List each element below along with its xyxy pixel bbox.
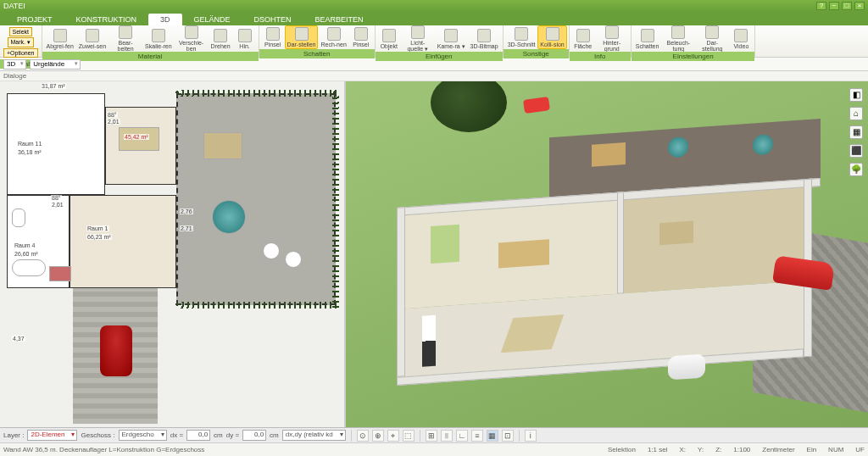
dx-input[interactable]: 0,0 [186,430,210,441]
tab-gelaende[interactable]: GELÄNDE [182,14,242,25]
ribbon-beleuch-button[interactable]: Beleuch-tung [661,25,695,52]
stairs-3d[interactable] [422,315,436,367]
layers-icon[interactable]: ◧ [849,88,863,102]
ribbon-item-label: Kame-ra ▾ [437,43,465,49]
ribbon-item-label: Verschie-ben [177,40,206,52]
minimize-icon[interactable]: − [829,2,839,10]
room-1[interactable] [70,195,176,288]
geschoss-combo[interactable]: Erdgescho [119,430,167,441]
ribbon-kame-button[interactable]: Kame-ra ▾ [435,29,468,49]
layer-combo[interactable]: 2D-Elemen [27,430,77,441]
selekt-button[interactable]: Selekt [9,27,32,36]
patio-table[interactable] [203,132,242,159]
toilet[interactable] [12,209,25,227]
patio-table-3d[interactable] [592,142,626,167]
snap-icon[interactable]: ∟ [456,430,468,442]
unit-label: cm [214,431,223,439]
patio-chair[interactable] [263,242,280,259]
drehen-icon [214,29,227,42]
ribbon-kolli-button[interactable]: Kolli-sion [537,25,566,49]
tab-konstruktion[interactable]: KONSTRUKTION [64,14,149,25]
group-label: Sonstige [504,49,569,58]
menu-file[interactable]: DATEI [3,2,25,10]
dy-input[interactable]: 0,0 [242,430,266,441]
tab-bearbeiten[interactable]: BEARBEITEN [303,14,376,25]
bathtub[interactable] [12,259,46,276]
ribbon-item-label: Objekt [381,43,398,49]
dimension: 2,76 [180,209,193,214]
selection-value: 1:1 sel [648,446,668,453]
ribbon-drehen-button[interactable]: Drehen [209,29,233,49]
desk-3d[interactable] [659,220,693,245]
furniture-icon[interactable]: ⌂ [849,107,863,120]
coord-x: X: [679,446,686,453]
tool-icon[interactable]: ⊕ [372,430,384,442]
ribbon-objekt-button[interactable]: Objekt [377,29,401,49]
ribbon-item-label: Drehen [211,43,231,49]
abgrei-icon [53,29,67,42]
tab-dsohten[interactable]: DSOHTEN [242,14,303,25]
tab-3d[interactable]: 3D [148,14,182,25]
table-3d[interactable] [498,239,549,268]
ribbon-dar-button[interactable]: Dar-stellen [285,25,319,49]
snap-icon[interactable]: ⊡ [502,430,514,442]
ribbon-flache-button[interactable]: Fläche [571,29,595,49]
plants-icon[interactable]: 🌳 [849,163,863,176]
umbrella[interactable] [212,200,246,234]
patio-chair[interactable] [285,251,302,268]
sofa-3d[interactable] [431,225,459,264]
viewport-3d[interactable]: ◧ ⌂ ▦ ⬛ 🌳 [346,81,868,427]
snap-icon[interactable]: ⫴ [441,430,453,442]
ribbon-pinsel-button[interactable]: Pinsel [261,27,285,47]
sofa[interactable] [49,266,71,281]
terrace[interactable] [176,93,336,305]
ribbon-item-label: 3D-Bitmap [470,43,498,49]
room-label: Raum 1 [86,225,109,231]
ribbon-item-label: Pinsel [353,42,369,47]
ribbon-bitmap-button[interactable]: 3D-Bitmap [468,29,501,49]
car-white[interactable] [668,353,705,380]
viewport-2d[interactable]: 31,87 m² Raum 11 36,18 m² 45,42 m² Raum … [0,81,346,427]
ribbon-rech-button[interactable]: Rech-nen [318,27,348,47]
color-icon[interactable]: ⬛ [849,144,863,158]
ribbon-dar2-button[interactable]: Dar-stellung [695,25,729,52]
relative-combo[interactable]: dx,dy (relativ kd [282,430,346,441]
ribbon: Selekt Mark. ▾ +Optionen Auswahl Abgrei-… [0,25,868,58]
optionen-button[interactable]: +Optionen [3,48,38,58]
status-uf: UF [855,446,865,453]
ribbon-item-label: Bear-beiten [111,40,140,52]
group-label: Einfügen [376,52,503,61]
close-icon[interactable]: × [854,2,865,10]
ribbon-schatten2-button[interactable]: Schatten [633,29,662,49]
car-2d[interactable] [100,325,132,376]
maximize-icon[interactable]: □ [842,2,852,10]
snap-icon[interactable]: ▦ [487,430,498,442]
view-mode-combo[interactable]: 3D [3,59,26,70]
group-label: Einstellungen [632,52,755,61]
ribbon-skalie-button[interactable]: Skalie-ren [142,29,175,49]
info-icon[interactable]: i [525,430,537,442]
tool-icon[interactable]: ⌖ [387,430,399,442]
snap-icon[interactable]: ≡ [471,430,483,442]
ribbon-licht-button[interactable]: Licht-quelle ▾ [401,25,435,52]
tool-icon[interactable]: ⬚ [403,430,415,442]
help-icon[interactable]: ? [816,2,826,10]
ribbon-abgrei-button[interactable]: Abgrei-fen [44,29,76,49]
ribbon-hinter-button[interactable]: Hinter-grund [595,25,629,52]
beleuch-icon [671,25,685,39]
ribbon-pinsel2-button[interactable]: Pinsel [349,27,373,47]
ribbon-zuwei-button[interactable]: Zuwei-sen [76,29,108,49]
view-subject-combo[interactable]: Urgelände [30,59,81,70]
room-area: 66,23 m² [86,234,112,240]
mark-dropdown[interactable]: Mark. ▾ [8,37,34,47]
ribbon-item-label: Dar-stellen [287,42,316,47]
ribbon-hin-button[interactable]: Hin. [233,29,257,49]
tab-projekt[interactable]: PROJEKT [5,14,64,25]
ribbon-video-button[interactable]: Video [729,29,753,49]
snap-icon[interactable]: ⊞ [426,430,437,442]
tool-icon[interactable]: ⊙ [357,430,369,442]
ribbon-verschie-button[interactable]: Verschie-ben [175,25,209,52]
ribbon-schnitt-button[interactable]: 3D-Schnitt [505,27,538,47]
materials-icon[interactable]: ▦ [849,125,863,139]
ribbon-bear-button[interactable]: Bear-beiten [108,25,142,52]
